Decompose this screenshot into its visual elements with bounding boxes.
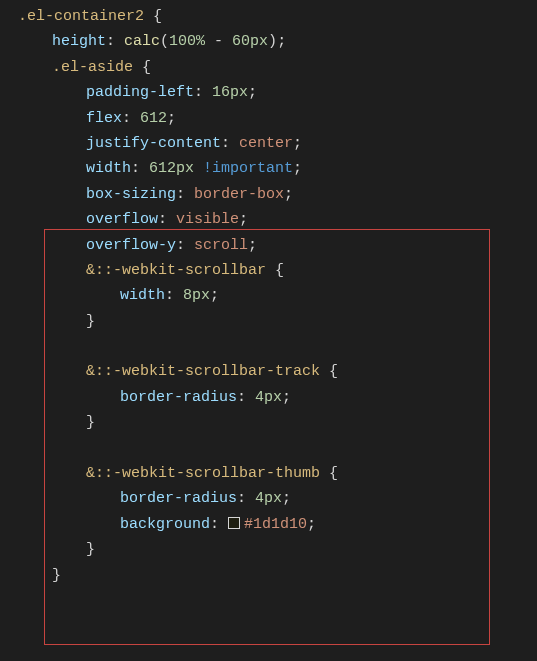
num-token: 100% bbox=[169, 33, 205, 50]
code-line: overflow: visible; bbox=[0, 207, 537, 232]
code-line: } bbox=[0, 563, 537, 588]
paren-token: ) bbox=[268, 33, 277, 50]
code-line: &::-webkit-scrollbar-thumb { bbox=[0, 461, 537, 486]
code-line: flex: 612; bbox=[0, 106, 537, 131]
selector-token: ::-webkit-scrollbar bbox=[95, 262, 266, 279]
colon-token: : bbox=[158, 211, 176, 228]
colon-token: : bbox=[237, 389, 255, 406]
prop-token: overflow-y bbox=[86, 237, 176, 254]
op-token: - bbox=[205, 33, 232, 50]
code-line: } bbox=[0, 537, 537, 562]
prop-token: border-radius bbox=[120, 490, 237, 507]
code-line bbox=[0, 436, 537, 461]
semi-token: ; bbox=[239, 211, 248, 228]
prop-token: flex bbox=[86, 110, 122, 127]
code-line: &::-webkit-scrollbar-track { bbox=[0, 359, 537, 384]
brace-token: { bbox=[266, 262, 284, 279]
code-line: overflow-y: scroll; bbox=[0, 233, 537, 258]
prop-token: overflow bbox=[86, 211, 158, 228]
semi-token: ; bbox=[293, 135, 302, 152]
semi-token: ; bbox=[282, 389, 291, 406]
brace-token: } bbox=[52, 567, 61, 584]
brace-token: { bbox=[320, 363, 338, 380]
amp-token: & bbox=[86, 465, 95, 482]
semi-token: ; bbox=[293, 160, 302, 177]
selector-token: .el-container2 bbox=[18, 8, 144, 25]
semi-token: ; bbox=[284, 186, 293, 203]
colon-token: : bbox=[194, 84, 212, 101]
selector-token: .el-aside bbox=[52, 59, 133, 76]
colon-token: : bbox=[210, 516, 228, 533]
colon-token: : bbox=[221, 135, 239, 152]
code-line: border-radius: 4px; bbox=[0, 486, 537, 511]
prop-token: border-radius bbox=[120, 389, 237, 406]
code-editor[interactable]: .el-container2 { height: calc(100% - 60p… bbox=[0, 0, 537, 588]
semi-token: ; bbox=[307, 516, 316, 533]
code-line: border-radius: 4px; bbox=[0, 385, 537, 410]
brace-token: { bbox=[320, 465, 338, 482]
prop-token: width bbox=[120, 287, 165, 304]
num-token: 16px bbox=[212, 84, 248, 101]
colon-token: : bbox=[165, 287, 183, 304]
code-line: box-sizing: border-box; bbox=[0, 182, 537, 207]
brace-token: { bbox=[144, 8, 162, 25]
num-token: 4px bbox=[255, 389, 282, 406]
value-token: center bbox=[239, 135, 293, 152]
value-token: scroll bbox=[194, 237, 248, 254]
prop-token: justify-content bbox=[86, 135, 221, 152]
num-token: 612px bbox=[149, 160, 194, 177]
colon-token: : bbox=[131, 160, 149, 177]
brace-token: } bbox=[86, 414, 95, 431]
colon-token: : bbox=[176, 237, 194, 254]
code-line: .el-container2 { bbox=[0, 4, 537, 29]
prop-token: width bbox=[86, 160, 131, 177]
paren-token: ( bbox=[160, 33, 169, 50]
amp-token: & bbox=[86, 363, 95, 380]
code-line: padding-left: 16px; bbox=[0, 80, 537, 105]
num-token: 60px bbox=[232, 33, 268, 50]
selector-token: ::-webkit-scrollbar-thumb bbox=[95, 465, 320, 482]
code-line: .el-aside { bbox=[0, 55, 537, 80]
prop-token: height bbox=[52, 33, 106, 50]
num-token: 612 bbox=[140, 110, 167, 127]
colon-token: : bbox=[237, 490, 255, 507]
brace-token: } bbox=[86, 541, 95, 558]
code-line: } bbox=[0, 410, 537, 435]
colon-token: : bbox=[122, 110, 140, 127]
value-token: border-box bbox=[194, 186, 284, 203]
code-line: &::-webkit-scrollbar { bbox=[0, 258, 537, 283]
code-line: justify-content: center; bbox=[0, 131, 537, 156]
semi-token: ; bbox=[277, 33, 286, 50]
keyword-token: !important bbox=[194, 160, 293, 177]
prop-token: background bbox=[120, 516, 210, 533]
semi-token: ; bbox=[248, 237, 257, 254]
colon-token: : bbox=[106, 33, 124, 50]
code-line: background: #1d1d10; bbox=[0, 512, 537, 537]
code-line: width: 612px !important; bbox=[0, 156, 537, 181]
semi-token: ; bbox=[210, 287, 219, 304]
color-swatch-icon[interactable] bbox=[228, 517, 240, 529]
amp-token: & bbox=[86, 262, 95, 279]
value-token: visible bbox=[176, 211, 239, 228]
selector-token: ::-webkit-scrollbar-track bbox=[95, 363, 320, 380]
semi-token: ; bbox=[282, 490, 291, 507]
code-line bbox=[0, 334, 537, 359]
hex-token: #1d1d10 bbox=[244, 516, 307, 533]
code-line: } bbox=[0, 309, 537, 334]
code-line: height: calc(100% - 60px); bbox=[0, 29, 537, 54]
prop-token: box-sizing bbox=[86, 186, 176, 203]
num-token: 8px bbox=[183, 287, 210, 304]
brace-token: } bbox=[86, 313, 95, 330]
num-token: 4px bbox=[255, 490, 282, 507]
semi-token: ; bbox=[167, 110, 176, 127]
func-token: calc bbox=[124, 33, 160, 50]
prop-token: padding-left bbox=[86, 84, 194, 101]
colon-token: : bbox=[176, 186, 194, 203]
brace-token: { bbox=[133, 59, 151, 76]
code-line: width: 8px; bbox=[0, 283, 537, 308]
semi-token: ; bbox=[248, 84, 257, 101]
